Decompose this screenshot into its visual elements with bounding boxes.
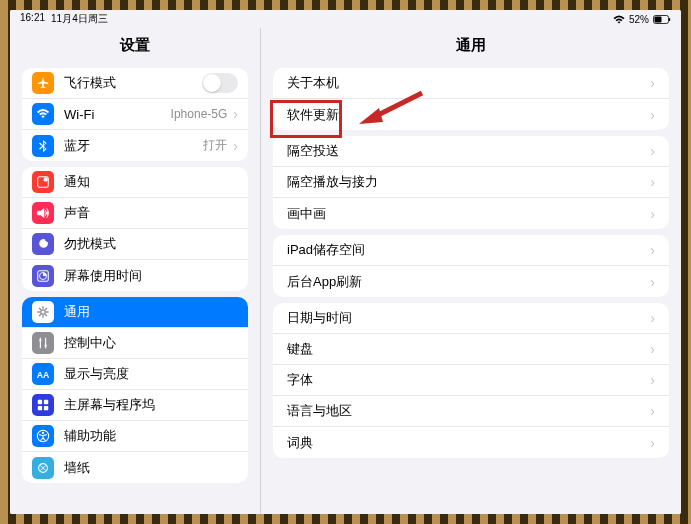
chevron-right-icon: › (650, 107, 655, 123)
main-title: 通用 (261, 28, 681, 62)
menu-item-label: 关于本机 (287, 74, 650, 92)
sound-icon (32, 202, 54, 224)
svg-point-7 (41, 310, 45, 314)
menu-item[interactable]: 语言与地区› (273, 396, 669, 427)
sidebar-item-sound[interactable]: 声音 (22, 198, 248, 229)
sidebar-item-label: 显示与亮度 (64, 365, 238, 383)
menu-item-label: 软件更新 (287, 106, 650, 124)
sidebar-item-detail: Iphone-5G (171, 107, 228, 121)
svg-rect-13 (38, 400, 42, 404)
menu-item[interactable]: 软件更新› (273, 99, 669, 130)
sidebar-item-label: 控制中心 (64, 334, 238, 352)
chevron-right-icon: › (650, 372, 655, 388)
menu-item[interactable]: 键盘› (273, 334, 669, 365)
sidebar-item-wifi[interactable]: Wi-FiIphone-5G› (22, 99, 248, 130)
airplane-icon (32, 72, 54, 94)
chevron-right-icon: › (650, 206, 655, 222)
sidebar-item-notification[interactable]: 通知 (22, 167, 248, 198)
accessibility-icon (32, 425, 54, 447)
general-panel: 通用 关于本机›软件更新›隔空投送›隔空播放与接力›画中画›iPad储存空间›后… (260, 28, 681, 514)
sidebar-title: 设置 (10, 28, 260, 62)
chevron-right-icon: › (650, 143, 655, 159)
chevron-right-icon: › (650, 174, 655, 190)
menu-item[interactable]: 画中画› (273, 198, 669, 229)
menu-item[interactable]: 词典› (273, 427, 669, 458)
general-icon (32, 301, 54, 323)
menu-item-label: 字体 (287, 371, 650, 389)
menu-item-label: 后台App刷新 (287, 273, 650, 291)
status-time: 16:21 (20, 12, 45, 26)
chevron-right-icon: › (233, 138, 238, 154)
svg-point-18 (42, 432, 44, 434)
toggle-switch[interactable] (202, 73, 238, 93)
sidebar-item-label: Wi-Fi (64, 107, 171, 122)
chevron-right-icon: › (650, 242, 655, 258)
svg-rect-15 (38, 406, 42, 410)
sidebar-item-label: 主屏幕与程序坞 (64, 396, 238, 414)
chevron-right-icon: › (650, 310, 655, 326)
control-icon (32, 332, 54, 354)
sidebar-item-home[interactable]: 主屏幕与程序坞 (22, 390, 248, 421)
menu-item[interactable]: 日期与时间› (273, 303, 669, 334)
status-date: 11月4日周三 (51, 12, 108, 26)
chevron-right-icon: › (650, 403, 655, 419)
status-bar: 16:21 11月4日周三 52% (10, 10, 681, 28)
sidebar-item-airplane[interactable]: 飞行模式 (22, 68, 248, 99)
menu-item-label: iPad储存空间 (287, 241, 650, 259)
svg-point-19 (39, 463, 48, 472)
sidebar-item-label: 屏幕使用时间 (64, 267, 238, 285)
svg-rect-2 (669, 18, 670, 21)
menu-item-label: 日期与时间 (287, 309, 650, 327)
sidebar-item-dnd[interactable]: 勿扰模式 (22, 229, 248, 260)
sidebar-item-bluetooth[interactable]: 蓝牙打开› (22, 130, 248, 161)
sidebar-item-control[interactable]: 控制中心 (22, 328, 248, 359)
menu-item-label: 语言与地区 (287, 402, 650, 420)
settings-sidebar: 设置 飞行模式Wi-FiIphone-5G›蓝牙打开›通知声音勿扰模式屏幕使用时… (10, 28, 260, 514)
sidebar-item-wallpaper[interactable]: 墙纸 (22, 452, 248, 483)
sidebar-item-display[interactable]: AA显示与亮度 (22, 359, 248, 390)
menu-item-label: 键盘 (287, 340, 650, 358)
wallpaper-icon (32, 457, 54, 479)
svg-rect-14 (44, 400, 48, 404)
sidebar-item-label: 通用 (64, 303, 238, 321)
sidebar-item-accessibility[interactable]: 辅助功能 (22, 421, 248, 452)
chevron-right-icon: › (233, 106, 238, 122)
menu-item[interactable]: 字体› (273, 365, 669, 396)
chevron-right-icon: › (650, 274, 655, 290)
menu-item[interactable]: 关于本机› (273, 68, 669, 99)
chevron-right-icon: › (650, 75, 655, 91)
svg-point-4 (43, 177, 47, 181)
svg-rect-16 (44, 406, 48, 410)
home-icon (32, 394, 54, 416)
display-icon: AA (32, 363, 54, 385)
menu-item-label: 隔空投送 (287, 142, 650, 160)
wifi-icon (32, 103, 54, 125)
menu-item[interactable]: 隔空播放与接力› (273, 167, 669, 198)
sidebar-item-screentime[interactable]: 屏幕使用时间 (22, 260, 248, 291)
menu-item[interactable]: iPad储存空间› (273, 235, 669, 266)
menu-item[interactable]: 隔空投送› (273, 136, 669, 167)
sidebar-item-label: 蓝牙 (64, 137, 203, 155)
wifi-icon (613, 15, 625, 24)
sidebar-item-label: 声音 (64, 204, 238, 222)
sidebar-item-detail: 打开 (203, 137, 227, 154)
svg-text:AA: AA (37, 370, 50, 380)
menu-item-label: 词典 (287, 434, 650, 452)
chevron-right-icon: › (650, 341, 655, 357)
screentime-icon (32, 265, 54, 287)
menu-item-label: 画中画 (287, 205, 650, 223)
sidebar-item-label: 通知 (64, 173, 238, 191)
notification-icon (32, 171, 54, 193)
sidebar-item-label: 勿扰模式 (64, 235, 238, 253)
sidebar-item-label: 辅助功能 (64, 427, 238, 445)
battery-icon (653, 15, 671, 24)
bluetooth-icon (32, 135, 54, 157)
sidebar-item-label: 飞行模式 (64, 74, 202, 92)
battery-percent: 52% (629, 14, 649, 25)
menu-item[interactable]: 后台App刷新› (273, 266, 669, 297)
chevron-right-icon: › (650, 435, 655, 451)
sidebar-item-label: 墙纸 (64, 459, 238, 477)
svg-rect-1 (655, 16, 662, 22)
dnd-icon (32, 233, 54, 255)
sidebar-item-general[interactable]: 通用 (22, 297, 248, 328)
